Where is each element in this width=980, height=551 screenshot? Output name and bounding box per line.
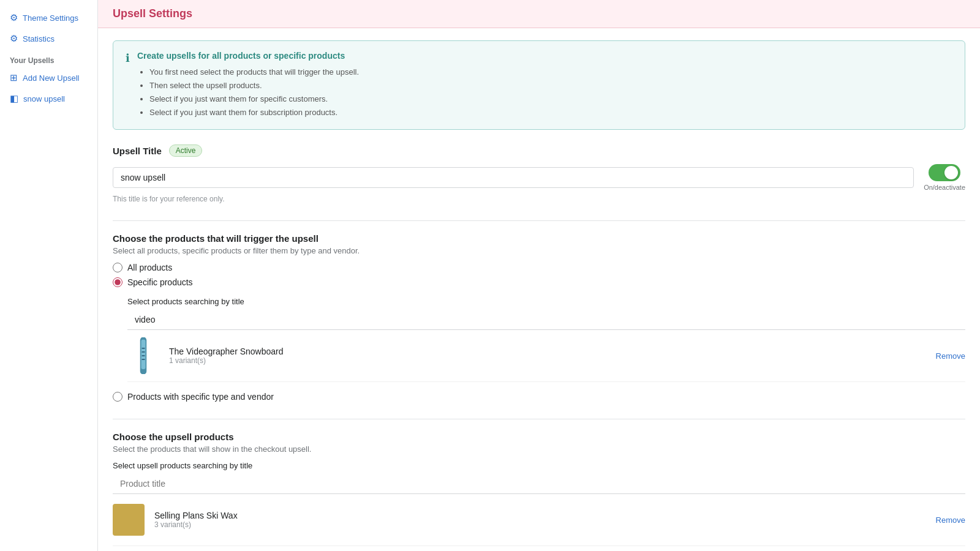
main-content: Upsell Settings ℹ Create upsells for all… [98, 0, 980, 551]
upsell-title-section: Upsell Title Active On/deactivate This t… [113, 144, 965, 203]
trigger-section-title: Choose the products that will trigger th… [113, 233, 965, 244]
radio-type-vendor[interactable]: Products with specific type and vendor [113, 392, 965, 402]
radio-specific-products-input[interactable] [113, 277, 123, 287]
sidebar-item-snow-upsell[interactable]: ◧ snow upsell [0, 88, 97, 109]
upsell-products-section: Choose the upsell products Select the pr… [113, 432, 965, 546]
trigger-product-info: The Videographer Snowboard 1 variant(s) [169, 347, 926, 365]
upsell-title-row: Upsell Title Active [113, 144, 965, 157]
radio-specific-products[interactable]: Specific products [113, 277, 965, 287]
ski-wax-img [113, 504, 145, 536]
chart-icon: ⚙ [10, 33, 18, 44]
trigger-product-variants: 1 variant(s) [169, 356, 926, 365]
svg-rect-4 [141, 356, 145, 357]
info-bullet-1: You first need select the products that … [149, 66, 359, 79]
radio-specific-products-label: Specific products [127, 277, 193, 287]
activate-toggle[interactable] [929, 164, 960, 181]
trigger-section-subtitle: Select all products, specific products o… [113, 246, 965, 255]
info-bullet-3: Select if you just want them for specifi… [149, 92, 359, 106]
sidebar-item-statistics[interactable]: ⚙ Statistics [0, 28, 97, 49]
upsell-product-name: Selling Plans Ski Wax [154, 511, 926, 520]
search-by-title-label: Select products searching by title [127, 297, 965, 306]
svg-rect-3 [141, 351, 145, 353]
status-badge: Active [169, 144, 203, 157]
content-area: ℹ Create upsells for all products or spe… [98, 28, 980, 551]
upsell-title-heading: Upsell Title [113, 146, 162, 156]
info-icon: ℹ [126, 51, 130, 119]
info-title: Create upsells for all products or speci… [137, 51, 359, 61]
radio-all-products-label: All products [127, 263, 172, 272]
section-divider-1 [113, 220, 965, 221]
page-title: Upsell Settings [113, 7, 965, 20]
upsell-search-label: Select upsell products searching by titl… [113, 461, 965, 470]
title-input-row: On/deactivate [113, 164, 965, 191]
sidebar-item-theme-settings[interactable]: ⚙ Theme Settings [0, 7, 97, 28]
section-divider-2 [113, 419, 965, 419]
upsell-product-item: Selling Plans Ski Wax 3 variant(s) Remov… [113, 494, 965, 546]
your-upsells-label: Your Upsells [0, 49, 97, 67]
snowboard-svg [131, 337, 156, 374]
gear-icon: ⚙ [10, 12, 18, 23]
upsell-products-title: Choose the upsell products [113, 432, 965, 442]
info-box: ℹ Create upsells for all products or spe… [113, 40, 965, 130]
activate-toggle-wrapper: On/deactivate [924, 164, 965, 191]
radio-all-products[interactable]: All products [113, 263, 965, 272]
info-bullet-2: Then select the upsell products. [149, 79, 359, 92]
info-bullet-4: Select if you just want them for subscri… [149, 106, 359, 119]
toggle-slider [929, 164, 960, 181]
upsell-title-input[interactable] [113, 167, 914, 188]
upsell-product-remove[interactable]: Remove [936, 515, 965, 525]
sidebar: ⚙ Theme Settings ⚙ Statistics Your Upsel… [0, 0, 98, 551]
trigger-radio-group: All products Specific products [113, 263, 965, 287]
radio-type-vendor-label: Products with specific type and vendor [127, 392, 274, 402]
svg-rect-1 [141, 340, 146, 369]
ski-wax-thumbnail [113, 501, 145, 538]
product-search-subsection: Select products searching by title [127, 297, 965, 382]
info-bullets: You first need select the products that … [137, 66, 359, 119]
upsell-products-subtitle: Select the products that will show in th… [113, 444, 965, 454]
page-header: Upsell Settings [98, 0, 980, 28]
trigger-product-name: The Videographer Snowboard [169, 347, 926, 356]
snowboard-thumbnail [127, 337, 159, 374]
trigger-product-remove[interactable]: Remove [936, 351, 965, 361]
svg-rect-5 [141, 359, 145, 361]
radio-all-products-input[interactable] [113, 263, 123, 272]
info-box-content: Create upsells for all products or speci… [137, 51, 359, 119]
toggle-label: On/deactivate [924, 184, 965, 191]
radio-type-vendor-input[interactable] [113, 392, 123, 402]
svg-rect-2 [141, 348, 145, 349]
trigger-product-search-input[interactable] [127, 310, 965, 330]
upsell-product-search-input[interactable] [113, 474, 965, 494]
trigger-products-section: Choose the products that will trigger th… [113, 233, 965, 402]
upsell-icon: ◧ [10, 93, 18, 104]
title-helper-text: This title is for your reference only. [113, 195, 965, 203]
trigger-radio-group-2: Products with specific type and vendor [113, 392, 965, 402]
add-icon: ⊞ [10, 72, 18, 83]
upsell-product-info: Selling Plans Ski Wax 3 variant(s) [154, 511, 926, 529]
sidebar-item-add-new-upsell[interactable]: ⊞ Add New Upsell [0, 67, 97, 88]
upsell-product-variants: 3 variant(s) [154, 520, 926, 529]
trigger-product-item: The Videographer Snowboard 1 variant(s) … [127, 330, 965, 382]
